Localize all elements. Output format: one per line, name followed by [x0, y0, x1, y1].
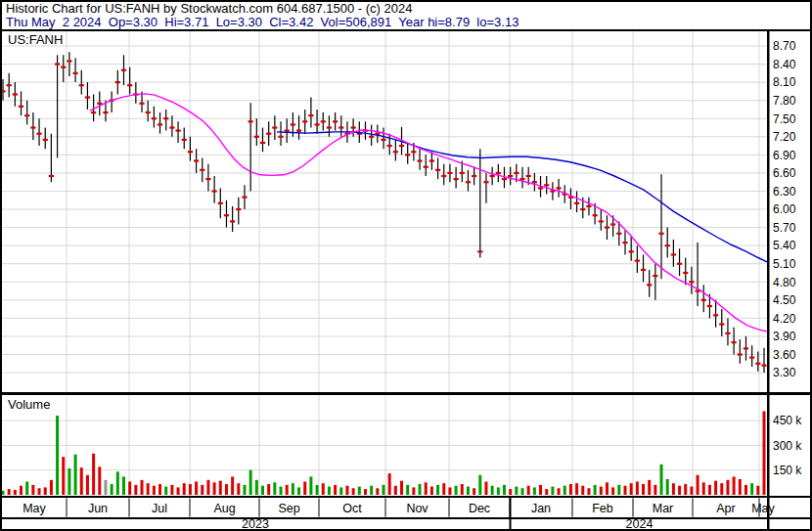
month-label: Apr: [716, 502, 735, 515]
close-tick: [701, 299, 706, 301]
volume-bar: [630, 483, 633, 495]
volume-bar: [303, 482, 306, 495]
volume-bar: [697, 475, 699, 495]
price-tick-label: 8.70: [773, 39, 796, 53]
close-tick: [599, 220, 604, 222]
volume-bar: [521, 488, 524, 495]
close-tick: [629, 250, 634, 252]
close-tick: [424, 166, 429, 168]
volume-bar: [575, 483, 578, 495]
volume-bar: [545, 489, 548, 495]
close-tick: [67, 60, 71, 62]
close-tick: [466, 181, 471, 183]
price-tick-label: 8.40: [773, 58, 796, 71]
volume-bar: [461, 484, 464, 495]
month-label: May: [751, 502, 775, 515]
close-tick: [761, 365, 766, 367]
close-tick: [477, 250, 482, 252]
close-tick: [532, 181, 537, 183]
volume-bar: [164, 487, 167, 495]
price-tick-label: 7.20: [773, 130, 796, 144]
close-tick: [175, 130, 180, 132]
close-tick: [127, 84, 132, 86]
volume-bar: [442, 483, 445, 495]
close-tick: [72, 72, 77, 74]
close-tick: [230, 220, 235, 222]
volume-bar: [286, 485, 289, 495]
month-label: Feb: [592, 502, 613, 515]
volume-bar: [551, 487, 554, 495]
volume-bar: [720, 483, 723, 495]
price-tick-label: 6.90: [773, 149, 796, 162]
volume-bar: [189, 484, 192, 495]
close-tick: [732, 341, 737, 343]
month-label: Oct: [342, 502, 362, 515]
volume-bar: [158, 484, 161, 495]
volume-bar: [509, 489, 512, 495]
month-label: Nov: [406, 502, 429, 515]
close-tick: [453, 178, 458, 180]
volume-bar: [68, 468, 70, 495]
month-label: Mar: [653, 502, 674, 515]
volume-pane-label: Volume: [8, 397, 50, 412]
volume-bar: [206, 480, 209, 495]
volume-bar: [569, 484, 572, 495]
volume-bar: [648, 480, 651, 495]
volume-bar: [400, 481, 403, 495]
volume-bar: [243, 485, 246, 495]
volume-bar: [684, 484, 687, 495]
close-tick: [369, 136, 374, 138]
close-tick: [36, 133, 41, 135]
volume-bar: [733, 476, 736, 495]
close-tick: [460, 172, 465, 174]
volume-bar: [558, 488, 561, 495]
volume-bar: [394, 486, 397, 495]
close-tick: [139, 103, 144, 105]
volume-bar: [382, 485, 384, 495]
volume-bar: [14, 490, 17, 495]
volume-bar: [714, 481, 717, 495]
volume-bar: [231, 476, 234, 495]
price-tick-label: 7.50: [773, 112, 796, 126]
volume-bar: [606, 482, 609, 495]
close-tick: [115, 81, 120, 83]
close-tick: [665, 244, 670, 246]
month-label: Jun: [88, 502, 108, 515]
year-label: 2024: [626, 517, 654, 531]
plot-right-border: [767, 30, 770, 530]
close-tick: [260, 142, 265, 144]
price-tick-label: 3.30: [773, 366, 796, 379]
price-tick-label: 6.60: [773, 166, 796, 180]
close-tick: [393, 151, 398, 153]
volume-bar: [255, 480, 258, 495]
volume-bar: [527, 486, 530, 495]
volume-bar: [533, 487, 536, 495]
volume-bar: [654, 485, 656, 495]
close-tick: [333, 120, 338, 122]
volume-bar: [515, 487, 518, 495]
pane-divider: [0, 392, 812, 395]
volume-bar: [92, 454, 95, 495]
price-tick-label: 5.40: [773, 239, 796, 252]
volume-bar: [491, 486, 494, 495]
close-tick: [24, 114, 29, 116]
volume-bar: [726, 480, 729, 495]
volume-bar: [678, 486, 681, 495]
volume-bar: [358, 487, 361, 495]
volume-bar: [587, 488, 590, 495]
volume-bar: [122, 476, 125, 495]
price-tick-label: 4.20: [773, 312, 796, 326]
close-tick: [658, 233, 663, 235]
volume-bar: [104, 480, 107, 495]
month-strip-divider: [0, 517, 812, 519]
close-tick: [242, 197, 247, 199]
volume-bar: [8, 489, 11, 495]
month-label: May: [23, 502, 46, 515]
volume-bar: [328, 487, 331, 495]
month-label: Aug: [213, 502, 235, 515]
month-label: Jan: [531, 502, 551, 515]
volume-bar: [98, 466, 101, 495]
volume-bar: [455, 486, 458, 495]
close-tick: [483, 181, 488, 183]
volume-bar: [111, 484, 113, 495]
